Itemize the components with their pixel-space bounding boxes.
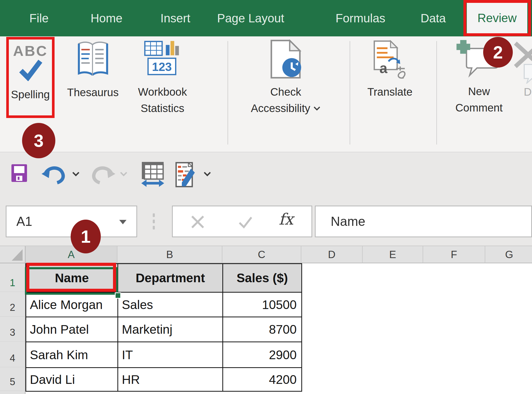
cell-C4[interactable]: 2900 <box>223 342 302 368</box>
thesaurus-book-icon <box>77 41 109 78</box>
undo-dropdown-icon[interactable] <box>72 171 80 176</box>
redo-dropdown-icon[interactable] <box>120 171 128 176</box>
new-comment-label-2: Comment <box>455 100 503 116</box>
column-headers: ABCDEFG <box>25 246 532 263</box>
insert-function-icon[interactable]: fx <box>279 210 293 228</box>
ribbon-group-separator <box>228 41 228 145</box>
cell-A4[interactable]: Sarah Kim <box>26 342 118 368</box>
fit-column-width-icon[interactable] <box>141 161 165 187</box>
cell-A2[interactable]: Alice Morgan <box>26 293 118 317</box>
cell-A5[interactable]: David Li <box>26 368 118 392</box>
row-header-3[interactable]: 3 <box>0 317 25 342</box>
cell-B3[interactable]: Marketinj <box>118 317 223 342</box>
column-header-F[interactable]: F <box>423 246 485 263</box>
redo-icon[interactable] <box>90 165 115 184</box>
cell-B1[interactable]: Department <box>118 264 223 293</box>
cell-B4[interactable]: IT <box>118 342 223 368</box>
ribbon-group-separator <box>436 41 437 145</box>
column-header-E[interactable]: E <box>363 246 423 263</box>
cell-C1[interactable]: Sales ($) <box>223 264 302 293</box>
delete-comment-label: De <box>524 84 532 100</box>
svg-text:123: 123 <box>152 60 172 74</box>
row-header-filler <box>0 391 25 394</box>
table-row: Sarah KimIT2900 <box>26 342 302 368</box>
formula-bar[interactable]: Name <box>315 206 532 237</box>
tab-insert[interactable]: Insert <box>152 0 199 36</box>
highlight-box-a1 <box>26 263 116 292</box>
cell-C3[interactable]: 8700 <box>223 317 302 342</box>
workbook-statistics-icon: 123 <box>143 40 182 79</box>
select-all-button[interactable] <box>0 246 25 263</box>
translate-label: Translate <box>367 84 413 100</box>
check-accessibility-label-2: Accessibility <box>251 100 310 116</box>
ribbon-tab-bar: File Home Insert Page Layout Formulas Da… <box>0 0 532 36</box>
name-box-value: A1 <box>16 206 32 237</box>
tab-page-layout[interactable]: Page Layout <box>216 0 286 36</box>
tab-formulas[interactable]: Formulas <box>329 0 392 36</box>
svg-text:a: a <box>380 60 388 76</box>
check-accessibility-label-1: Check <box>270 84 301 100</box>
kana-glyph-icon <box>396 67 405 78</box>
new-comment-label-1: New <box>468 83 490 100</box>
edit-list-dropdown-icon[interactable] <box>203 171 211 176</box>
workbook-statistics-label-2: Statistics <box>141 100 184 116</box>
highlight-box-review-tab <box>463 0 531 36</box>
row-headers: 12345 <box>0 263 25 394</box>
quick-access-toolbar <box>0 152 532 204</box>
tab-file[interactable]: File <box>18 0 60 36</box>
delete-comment-icon <box>514 40 532 84</box>
column-header-B[interactable]: B <box>117 246 222 263</box>
row-header-5[interactable]: 5 <box>0 367 25 391</box>
formula-bar-value: Name <box>331 206 365 237</box>
table-row: Alice MorganSales10500 <box>26 293 302 317</box>
highlight-box-spelling <box>6 37 55 118</box>
cell-C2[interactable]: 10500 <box>223 293 302 317</box>
save-icon[interactable] <box>11 163 28 183</box>
thesaurus-label: Thesaurus <box>67 84 118 101</box>
row-header-1[interactable]: 1 <box>0 263 25 292</box>
delete-comment-button[interactable]: De <box>511 40 532 100</box>
excel-window: File Home Insert Page Layout Formulas Da… <box>0 0 532 394</box>
edit-list-icon[interactable] <box>175 162 196 188</box>
workbook-statistics-button[interactable]: 123 Workbook Statistics <box>122 40 203 116</box>
translate-icon: a <box>373 40 407 79</box>
tab-home[interactable]: Home <box>83 0 130 36</box>
formula-buttons: fx <box>172 206 312 237</box>
check-accessibility-icon <box>270 40 302 79</box>
callout-step-3: 3 <box>22 123 55 158</box>
dropdown-chevron-icon <box>313 106 321 111</box>
cancel-icon[interactable] <box>191 215 204 229</box>
check-accessibility-button[interactable]: Check Accessibility <box>247 40 325 116</box>
ribbon-group-separator <box>350 41 350 145</box>
workbook-statistics-label-1: Workbook <box>138 84 187 100</box>
column-header-A[interactable]: A <box>25 246 117 263</box>
column-header-C[interactable]: C <box>222 246 301 263</box>
row-header-2[interactable]: 2 <box>0 292 25 317</box>
tab-data[interactable]: Data <box>414 0 452 36</box>
select-all-triangle-icon <box>12 249 23 261</box>
formula-bar-resize-handle[interactable] <box>153 213 155 229</box>
row-header-4[interactable]: 4 <box>0 342 25 367</box>
name-box-dropdown-icon[interactable] <box>119 220 127 224</box>
cell-A3[interactable]: John Patel <box>26 317 118 342</box>
callout-step-1: 1 <box>71 220 101 253</box>
table-row: John PatelMarketinj8700 <box>26 317 302 342</box>
enter-icon[interactable] <box>238 216 253 229</box>
cell-C5[interactable]: 4200 <box>223 368 302 392</box>
cell-B2[interactable]: Sales <box>118 293 223 317</box>
ribbon-review: ABC Spelling Thesaurus <box>0 36 532 152</box>
thesaurus-button[interactable]: Thesaurus <box>53 41 132 101</box>
undo-icon[interactable] <box>42 165 66 184</box>
table-row: David LiHR4200 <box>26 368 302 392</box>
callout-step-2: 2 <box>483 37 513 68</box>
column-header-D[interactable]: D <box>301 246 363 263</box>
fill-handle[interactable] <box>115 292 121 299</box>
cell-B5[interactable]: HR <box>118 368 223 392</box>
column-header-G[interactable]: G <box>485 246 532 263</box>
translate-button[interactable]: a Translate <box>354 40 426 100</box>
